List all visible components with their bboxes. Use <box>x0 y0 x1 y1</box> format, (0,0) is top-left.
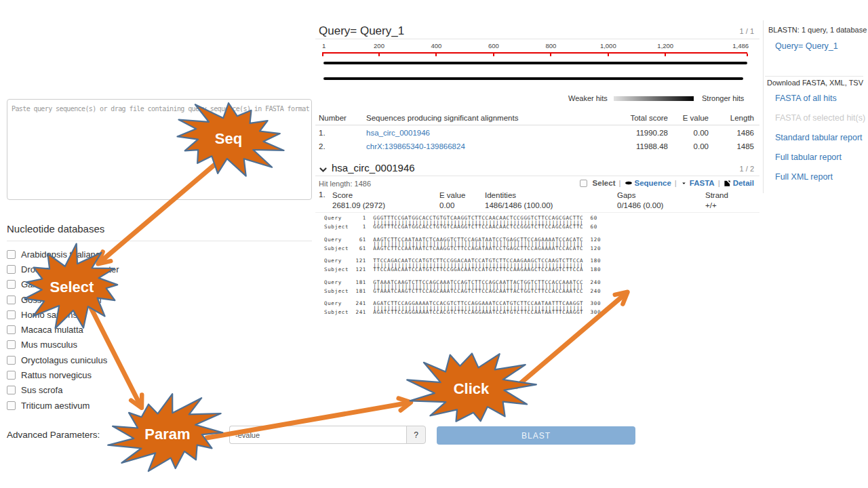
database-label: Arabidopsis thaliana <box>21 249 100 260</box>
strength-gradient-bar <box>614 96 694 101</box>
checkbox-icon <box>7 325 16 334</box>
checkbox-icon <box>7 296 16 304</box>
eye-icon <box>625 180 633 186</box>
divider <box>765 76 863 77</box>
checkbox-icon <box>7 310 16 319</box>
download-section-title: Download FASTA, XML, TSV <box>767 79 863 87</box>
hit-title: hsa_circ_0001946 <box>332 162 415 174</box>
hsp-stat-score: Score2681.09 (2972) <box>332 190 385 211</box>
database-label: Homo sapiens <box>21 310 77 320</box>
hsp-stat-gaps: Gaps0/1486 (0.00) <box>617 190 663 211</box>
table-cell: 1486 <box>693 129 754 137</box>
database-list: Arabidopsis thalianaDrosophila melanogas… <box>7 247 210 413</box>
table-cell: 1485 <box>693 142 754 150</box>
sidebar-summary: BLASTN: 1 query, 1 database <box>768 26 867 34</box>
hit-select-label: Select <box>593 179 616 187</box>
download-icon <box>680 180 688 187</box>
separator: | <box>675 179 677 187</box>
ruler-tick <box>665 54 666 56</box>
hit-select-checkbox[interactable] <box>580 180 587 187</box>
ruler-tick <box>493 54 494 56</box>
checkbox-icon <box>7 340 16 349</box>
checkbox-icon <box>7 265 16 274</box>
database-label: Macaca mulatta <box>21 325 83 335</box>
alignment-block: Query 1 GGGTTTCCGATGGCACCTGTGTCAAGGTCTTC… <box>324 216 601 230</box>
download-link[interactable]: Full XML report <box>775 172 867 192</box>
ruler-tick <box>608 54 609 56</box>
database-option[interactable]: Gallus gallus <box>7 277 210 292</box>
table-header: Number <box>319 114 347 122</box>
database-option[interactable]: Drosophila melanogaster <box>7 262 210 277</box>
database-label: Gallus gallus <box>21 279 71 289</box>
database-option[interactable]: Macaca mulatta <box>7 322 210 337</box>
hit-bar[interactable] <box>323 77 743 80</box>
download-link[interactable]: Standard tabular report <box>775 133 867 152</box>
hit-length-label: Hit length: 1486 <box>319 180 371 188</box>
database-option[interactable]: Oryctolagus cuniculus <box>7 352 210 367</box>
download-link: FASTA of selected hit(s) <box>775 113 867 133</box>
hit-pagination: 1 / 2 <box>732 165 754 173</box>
ruler-line <box>322 52 747 54</box>
checkbox-icon <box>7 250 16 259</box>
hit-detail-link[interactable]: Detail <box>724 179 754 187</box>
hsp-stat-identities: Identities1486/1486 (100.00) <box>485 190 553 211</box>
ruler-tick <box>747 54 748 56</box>
ruler-tick-label: 400 <box>422 42 450 49</box>
database-label: Gossypium hirsutum <box>21 295 101 305</box>
advanced-parameters-input[interactable] <box>229 426 407 444</box>
databases-title: Nucleotide databases <box>7 223 104 235</box>
alignment-block: Query 241 AGATCTTCCAGGAAAATCCACGTCTTCCAG… <box>324 302 601 315</box>
external-link-icon <box>724 180 731 187</box>
table-cell: 1. <box>319 129 326 137</box>
hit-link[interactable]: hsa_circ_0001946 <box>366 129 430 137</box>
hit-action-bar: Select | Sequence | FASTA | Detail <box>515 179 754 187</box>
alignment-block: Query 121 TTCCAGACAATCCATGTCTTCCGGACAATC… <box>324 259 601 272</box>
ruler-tick <box>378 54 380 56</box>
database-option[interactable]: Triticum aestivum <box>7 398 210 413</box>
separator: | <box>718 179 720 187</box>
checkbox-icon <box>7 280 16 289</box>
database-option[interactable]: Rattus norvegicus <box>7 367 210 382</box>
database-option[interactable]: Homo sapiens <box>7 307 210 322</box>
database-option[interactable]: Sus scrofa <box>7 383 210 398</box>
legend-stronger-label: Stronger hits <box>702 94 744 102</box>
table-header-divider <box>315 125 760 125</box>
hit-bar[interactable] <box>323 62 747 64</box>
blast-submit-button[interactable]: BLAST <box>437 426 635 445</box>
query-sequence-input[interactable] <box>7 99 312 200</box>
database-label: Triticum aestivum <box>21 401 90 411</box>
database-label: Rattus norvegicus <box>21 370 92 380</box>
database-option[interactable]: Gossypium hirsutum <box>7 292 210 307</box>
starburst-label: Click <box>454 380 490 397</box>
hit-sequence-link[interactable]: Sequence <box>625 179 671 187</box>
table-header: Length <box>693 114 754 122</box>
database-label: Sus scrofa <box>21 385 62 395</box>
hsp-stat-e-value: E value0.00 <box>439 190 465 211</box>
download-link[interactable]: Full tabular report <box>775 152 867 172</box>
ruler-tick-label: 1,486 <box>724 42 749 49</box>
divider <box>315 39 760 39</box>
sidebar-query-link[interactable]: Query= Query_1 <box>775 41 838 51</box>
starburst-label: Param <box>144 426 190 443</box>
advanced-parameters-label: Advanced Parameters: <box>7 430 100 440</box>
checkbox-icon <box>7 386 16 394</box>
sidebar-divider <box>763 20 764 193</box>
sequence-alignment: Query 1 GGGTTTCCGATGGCACCTGTGTCAAGGTCTTC… <box>324 216 601 323</box>
table-cell: 2. <box>319 142 326 150</box>
ruler-tick <box>322 54 323 56</box>
divider <box>7 241 312 241</box>
checkbox-icon <box>7 371 16 380</box>
ruler-tick-label: 1,000 <box>595 42 622 49</box>
download-link[interactable]: FASTA of all hits <box>775 94 867 113</box>
database-option[interactable]: Arabidopsis thaliana <box>7 247 210 262</box>
table-header: Sequences producing significant alignmen… <box>366 114 518 122</box>
ruler-tick <box>550 54 551 56</box>
database-option[interactable]: Mus musculus <box>7 338 210 352</box>
advanced-parameters-help-button[interactable]: ? <box>406 426 426 444</box>
starburst-click <box>407 354 536 422</box>
results-pagination: 1 / 1 <box>732 27 754 35</box>
hit-fasta-download-link[interactable]: FASTA <box>680 179 715 187</box>
hit-link[interactable]: chrX:139865340-139866824 <box>366 142 465 150</box>
database-label: Oryctolagus cuniculus <box>21 355 107 365</box>
checkbox-icon <box>7 401 16 410</box>
